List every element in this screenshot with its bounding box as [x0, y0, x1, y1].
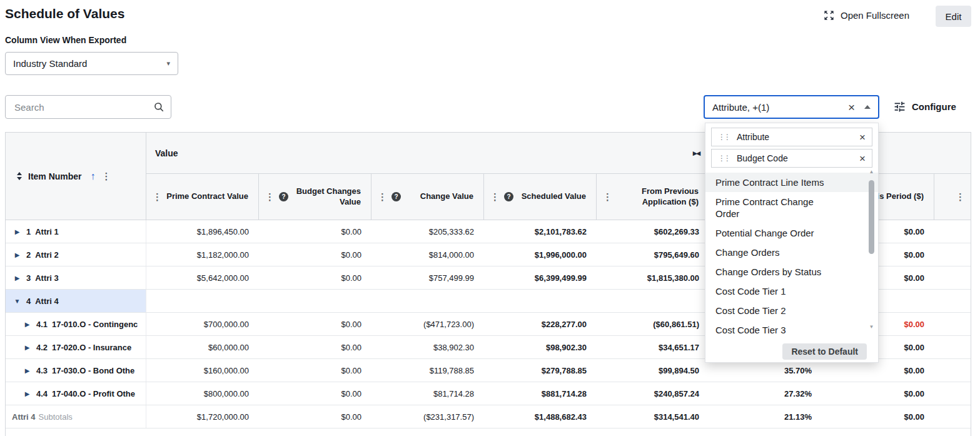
- change-value-cell: $814,000.00: [371, 243, 484, 266]
- help-icon[interactable]: ?: [391, 192, 401, 201]
- column-menu-icon[interactable]: ⋮: [603, 192, 612, 201]
- collapse-caret-icon[interactable]: ▼: [13, 298, 21, 305]
- prime-contract-value-cell: $60,000.00: [146, 336, 259, 358]
- item-number-header-label: Item Number: [28, 171, 82, 181]
- prime-contract-value-cell: $1,182,000.00: [146, 243, 259, 266]
- filter-option[interactable]: Potential Change Order: [705, 223, 878, 243]
- scrollbar[interactable]: ▲ ▼: [868, 170, 875, 330]
- prime-contract-value-cell: $1,896,450.00: [146, 220, 259, 243]
- item-cell: ▶ 4.1 17-010.O - Contingenc: [6, 313, 146, 335]
- collapse-columns-icon[interactable]: ▸◂: [693, 148, 700, 158]
- column-header-prime-contract-value: ⋮ Prime Contract Value: [146, 174, 259, 220]
- expand-caret-icon[interactable]: ▶: [23, 321, 31, 328]
- scheduled-value-cell: $1,996,000.00: [484, 243, 597, 266]
- help-icon[interactable]: ?: [504, 192, 513, 201]
- filter-combobox[interactable]: Attribute, +(1) ×: [704, 95, 879, 119]
- column-view-select[interactable]: Industry Standard ▾: [5, 52, 178, 75]
- table-row: ▶ 4.4 17-040.O - Profit Othe $800,000.00…: [6, 382, 971, 405]
- remove-chip-icon[interactable]: ×: [859, 153, 866, 164]
- edit-button[interactable]: Edit: [936, 6, 971, 27]
- column-menu-icon[interactable]: ⋮: [956, 192, 965, 201]
- filter-option[interactable]: Prime Contract Change Order: [705, 192, 878, 223]
- reset-to-default-button[interactable]: Reset to Default: [782, 343, 867, 360]
- chevron-up-icon[interactable]: [864, 105, 871, 109]
- scroll-up-icon[interactable]: ▲: [869, 170, 874, 175]
- change-value-cell: $38,902.30: [371, 336, 484, 358]
- filter-option[interactable]: Change Orders by Status: [705, 262, 878, 281]
- prime-contract-value-cell: $5,642,000.00: [146, 266, 259, 289]
- percent-cell: 21.13%: [709, 405, 822, 428]
- expand-caret-icon[interactable]: ▶: [13, 251, 21, 258]
- sort-ascending-icon[interactable]: ↑: [91, 171, 96, 182]
- column-menu-icon[interactable]: ⋮: [490, 192, 500, 201]
- drag-handle-icon[interactable]: ⋮⋮: [718, 154, 729, 163]
- clear-filter-icon[interactable]: ×: [848, 101, 855, 113]
- drag-handle-icon[interactable]: ⋮⋮: [718, 133, 729, 141]
- column-menu-icon[interactable]: ⋮: [153, 192, 162, 201]
- change-value-cell: $119,788.85: [371, 359, 484, 382]
- expand-caret-icon[interactable]: ▶: [13, 275, 21, 281]
- change-value-cell: ($231,317.57): [371, 405, 484, 428]
- expand-caret-icon[interactable]: ▶: [13, 228, 21, 235]
- search-box: [5, 95, 171, 119]
- change-value-cell: [371, 290, 484, 312]
- column-view-exported-label: Column View When Exported: [5, 35, 126, 45]
- scrollbar-thumb[interactable]: [869, 180, 874, 254]
- column-header-item-number: Item Number ↑ ⋮: [6, 133, 146, 220]
- budget-changes-value-cell: $0.00: [259, 266, 371, 289]
- search-icon: [153, 101, 164, 113]
- column-menu-icon[interactable]: ⋮: [378, 192, 387, 201]
- selected-filter-chip[interactable]: ⋮⋮ Budget Code ×: [711, 149, 872, 168]
- remove-chip-icon[interactable]: ×: [859, 132, 866, 143]
- expand-caret-icon[interactable]: ▶: [23, 367, 31, 374]
- filter-option[interactable]: Change Orders: [705, 243, 878, 262]
- change-value-cell: $205,333.62: [371, 220, 484, 243]
- scheduled-value-cell: $881,714.28: [484, 382, 597, 405]
- selected-filter-chip[interactable]: ⋮⋮ Attribute ×: [711, 128, 872, 146]
- item-cell: ▶ 3 Attri 3: [6, 266, 146, 289]
- from-previous-application-cell: $240,857.24: [597, 382, 709, 405]
- open-fullscreen-label: Open Fullscreen: [841, 10, 909, 21]
- scheduled-value-cell: [484, 290, 597, 312]
- this-period-cell: $0.00: [822, 382, 934, 405]
- prime-contract-value-cell: [146, 290, 259, 312]
- from-previous-application-cell: ($60,861.51): [597, 313, 709, 335]
- filter-option[interactable]: Cost Code Tier 1: [705, 281, 878, 301]
- scheduled-value-cell: $6,399,499.99: [484, 266, 597, 289]
- configure-button[interactable]: Configure: [893, 100, 956, 113]
- chip-label: Attribute: [737, 132, 769, 142]
- prime-contract-value-cell: $800,000.00: [146, 382, 259, 405]
- column-header-overflow: ⋮: [934, 174, 971, 220]
- change-value-cell: $81,714.28: [371, 382, 484, 405]
- item-cell: ▶ 4.3 17-030.O - Bond Othe: [6, 359, 146, 382]
- subtotal-row: Attri 4 Subtotals $1,720,000.00 $0.00 ($…: [6, 405, 971, 428]
- filter-options-panel: ⋮⋮ Attribute × ⋮⋮ Budget Code × Prime Co…: [705, 123, 879, 363]
- prime-contract-value-cell: $700,000.00: [146, 313, 259, 335]
- filter-options-list: Prime Contract Line Items Prime Contract…: [705, 173, 878, 333]
- budget-changes-value-cell: $0.00: [259, 382, 371, 405]
- open-fullscreen-button[interactable]: Open Fullscreen: [823, 9, 909, 21]
- search-input[interactable]: [13, 101, 153, 113]
- from-previous-application-cell: $795,649.60: [597, 243, 709, 266]
- fullscreen-expand-icon: [823, 9, 835, 21]
- configure-sliders-icon: [893, 100, 906, 113]
- group-header-value: Value ▸◂: [146, 133, 709, 174]
- filter-option[interactable]: Cost Code Tier 2: [705, 301, 878, 320]
- prime-contract-value-cell: $1,720,000.00: [146, 405, 259, 428]
- sort-icon[interactable]: [17, 172, 22, 180]
- item-cell: ▼ 4 Attri 4: [6, 290, 146, 312]
- column-header-budget-changes-value: ⋮ ? Budget Changes Value: [259, 174, 371, 220]
- column-menu-icon[interactable]: ⋮: [265, 192, 275, 201]
- filter-option[interactable]: Prime Contract Line Items: [705, 173, 878, 192]
- scroll-down-icon[interactable]: ▼: [869, 325, 874, 330]
- help-icon[interactable]: ?: [279, 192, 288, 201]
- expand-caret-icon[interactable]: ▶: [23, 390, 31, 397]
- expand-caret-icon[interactable]: ▶: [23, 344, 31, 351]
- from-previous-application-cell: $1,815,380.00: [597, 266, 709, 289]
- configure-label: Configure: [912, 101, 956, 112]
- schedule-of-values-page: Schedule of Values Open Fullscreen Edit …: [0, 0, 980, 436]
- column-menu-icon[interactable]: ⋮: [102, 171, 111, 181]
- from-previous-application-cell: $99,894.50: [597, 359, 709, 382]
- filter-option[interactable]: Cost Code Tier 3: [705, 320, 878, 333]
- subtotal-label-cell: Attri 4 Subtotals: [6, 405, 146, 428]
